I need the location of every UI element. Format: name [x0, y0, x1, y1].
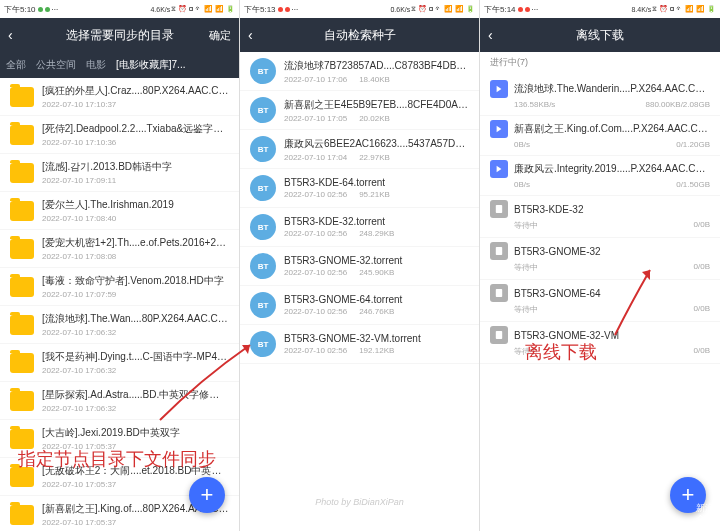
- download-name: 流浪地球.The.Wanderin....P.X264.AAC.CHS.mp4: [514, 82, 710, 96]
- folder-date: 2022-07-10 17:10:36: [42, 138, 229, 147]
- tab-collection[interactable]: [电影收藏库]7...: [116, 58, 185, 72]
- annotation-left: 指定节点目录下文件同步: [18, 447, 216, 471]
- torrent-date: 2022-07-10 17:04: [284, 153, 347, 162]
- back-icon[interactable]: ‹: [488, 27, 493, 43]
- folder-icon: [10, 505, 34, 525]
- download-name: BT5R3-KDE-32: [514, 204, 710, 215]
- folder-date: 2022-07-10 17:06:32: [42, 404, 229, 413]
- download-list[interactable]: 流浪地球.The.Wanderin....P.X264.AAC.CHS.mp4 …: [480, 76, 720, 364]
- folder-item[interactable]: [毒液：致命守护者].Venom.2018.HD中字 2022-07-10 17…: [0, 268, 239, 306]
- folder-item[interactable]: [我不是药神].Dying.t....C-国语中字-MP4BA 2022-07-…: [0, 344, 239, 382]
- file-icon: [490, 200, 508, 218]
- download-item[interactable]: BT5R3-GNOME-32-VM 等待中0/0B: [480, 322, 720, 364]
- folder-item[interactable]: [疯狂的外星人].Craz....80P.X264.AAC.CHS 2022-0…: [0, 78, 239, 116]
- download-name: 廉政风云.Integrity.2019.....P.X264.AAC.CHS.m…: [514, 162, 710, 176]
- folder-item[interactable]: [星际探索].Ad.Astra.....BD.中英双字修复版 2022-07-1…: [0, 382, 239, 420]
- tabs: 全部 公共空间 电影 [电影收藏库]7...: [0, 52, 239, 78]
- annotation-right: 离线下载: [525, 340, 597, 364]
- torrent-name: BT5R3-GNOME-32-VM.torrent: [284, 333, 469, 344]
- svg-rect-1: [496, 247, 502, 255]
- folder-date: 2022-07-10 17:10:37: [42, 100, 229, 109]
- watermark: 新浪 众测: [696, 503, 714, 525]
- header-title: 自动检索种子: [324, 27, 396, 44]
- torrent-name: BT5R3-KDE-64.torrent: [284, 177, 469, 188]
- header: ‹ 选择需要同步的目录 确定: [0, 18, 239, 52]
- folder-name: [疯狂的外星人].Craz....80P.X264.AAC.CHS: [42, 84, 229, 98]
- torrent-name: BT5R3-KDE-32.torrent: [284, 216, 469, 227]
- folder-icon: [10, 125, 34, 145]
- download-item[interactable]: 廉政风云.Integrity.2019.....P.X264.AAC.CHS.m…: [480, 156, 720, 196]
- folder-item[interactable]: [爱宠大机密1+2].Th....e.of.Pets.2016+2019 202…: [0, 230, 239, 268]
- bt-icon: BT: [250, 136, 276, 162]
- folder-icon: [10, 277, 34, 297]
- back-icon[interactable]: ‹: [248, 27, 253, 43]
- torrent-size: 248.29KB: [359, 229, 394, 238]
- folder-name: [流感].감기.2013.BD韩语中字: [42, 160, 229, 174]
- torrent-list[interactable]: BT 流浪地球7B723857AD....C8783BF4DB77.torren…: [240, 52, 479, 364]
- download-size: 0/0B: [694, 220, 710, 231]
- torrent-size: 18.40KB: [359, 75, 390, 84]
- folder-icon: [10, 429, 34, 449]
- torrent-item[interactable]: BT BT5R3-GNOME-32-VM.torrent 2022-07-10 …: [240, 325, 479, 364]
- download-size: 0/1.20GB: [676, 140, 710, 149]
- svg-rect-2: [496, 289, 502, 297]
- folder-item[interactable]: [流浪地球].The.Wan....80P.X264.AAC.CHS 2022-…: [0, 306, 239, 344]
- torrent-item[interactable]: BT BT5R3-GNOME-32.torrent 2022-07-10 02:…: [240, 247, 479, 286]
- folder-icon: [10, 353, 34, 373]
- torrent-date: 2022-07-10 02:56: [284, 229, 347, 238]
- folder-icon: [10, 87, 34, 107]
- torrent-name: 流浪地球7B723857AD....C8783BF4DB77.torrent: [284, 59, 469, 73]
- torrent-date: 2022-07-10 02:56: [284, 190, 347, 199]
- back-icon[interactable]: ‹: [8, 27, 13, 43]
- folder-icon: [10, 391, 34, 411]
- tab-public[interactable]: 公共空间: [36, 58, 76, 72]
- tab-all[interactable]: 全部: [6, 58, 26, 72]
- file-icon: [490, 326, 508, 344]
- download-size: 880.00KB/2.08GB: [646, 100, 711, 109]
- folder-name: [流浪地球].The.Wan....80P.X264.AAC.CHS: [42, 312, 229, 326]
- folder-item[interactable]: [爱尔兰人].The.Irishman.2019 2022-07-10 17:0…: [0, 192, 239, 230]
- torrent-item[interactable]: BT BT5R3-KDE-64.torrent 2022-07-10 02:56…: [240, 169, 479, 208]
- folder-icon: [10, 239, 34, 259]
- torrent-item[interactable]: BT BT5R3-GNOME-64.torrent 2022-07-10 02:…: [240, 286, 479, 325]
- folder-date: 2022-07-10 17:08:08: [42, 252, 229, 261]
- download-item[interactable]: 新喜剧之王.King.of.Com....P.X264.AAC.CHS.mp4 …: [480, 116, 720, 156]
- download-item[interactable]: BT5R3-KDE-32 等待中0/0B: [480, 196, 720, 238]
- folder-name: [大吉岭].Jexi.2019.BD中英双字: [42, 426, 229, 440]
- download-speed: 等待中: [514, 304, 538, 315]
- download-item[interactable]: 流浪地球.The.Wanderin....P.X264.AAC.CHS.mp4 …: [480, 76, 720, 116]
- folder-item[interactable]: [流感].감기.2013.BD韩语中字 2022-07-10 17:09:11: [0, 154, 239, 192]
- offline-download-pane: 下午5:14 ··· 8.4K/s ⧖ ⏰ ⊡ ᯤ 📶 📶 🔋 ‹ 离线下载 进…: [480, 0, 720, 531]
- torrent-date: 2022-07-10 17:06: [284, 75, 347, 84]
- add-fab[interactable]: +: [189, 477, 225, 513]
- torrent-date: 2022-07-10 02:56: [284, 307, 347, 316]
- svg-rect-0: [496, 205, 502, 213]
- torrent-item[interactable]: BT 廉政风云6BEE2AC16623....5437A57D6BE.torre…: [240, 130, 479, 169]
- torrent-size: 95.21KB: [359, 190, 390, 199]
- download-item[interactable]: BT5R3-GNOME-64 等待中0/0B: [480, 280, 720, 322]
- bt-icon: BT: [250, 331, 276, 357]
- download-size: 0/0B: [694, 304, 710, 315]
- bt-icon: BT: [250, 58, 276, 84]
- download-speed: 136.58KB/s: [514, 100, 555, 109]
- folder-date: 2022-07-10 17:06:32: [42, 366, 229, 375]
- tab-movies[interactable]: 电影: [86, 58, 106, 72]
- confirm-button[interactable]: 确定: [209, 28, 231, 43]
- play-icon: [490, 120, 508, 138]
- torrent-size: 192.12KB: [359, 346, 394, 355]
- folder-icon: [10, 201, 34, 221]
- file-icon: [490, 284, 508, 302]
- play-icon: [490, 160, 508, 178]
- folder-item[interactable]: [死侍2].Deadpool.2.2....Txiaba&远鉴字幕组 2022-…: [0, 116, 239, 154]
- svg-rect-3: [496, 331, 502, 339]
- folder-date: 2022-07-10 17:09:11: [42, 176, 229, 185]
- download-item[interactable]: BT5R3-GNOME-32 等待中0/0B: [480, 238, 720, 280]
- download-name: BT5R3-GNOME-32: [514, 246, 710, 257]
- download-speed: 等待中: [514, 262, 538, 273]
- torrent-item[interactable]: BT 新喜剧之王E4E5B9E7EB....8CFE4D0A6C7.torren…: [240, 91, 479, 130]
- download-size: 0/1.50GB: [676, 180, 710, 189]
- folder-name: [我不是药神].Dying.t....C-国语中字-MP4BA: [42, 350, 229, 364]
- torrent-item[interactable]: BT BT5R3-KDE-32.torrent 2022-07-10 02:56…: [240, 208, 479, 247]
- play-icon: [490, 80, 508, 98]
- torrent-item[interactable]: BT 流浪地球7B723857AD....C8783BF4DB77.torren…: [240, 52, 479, 91]
